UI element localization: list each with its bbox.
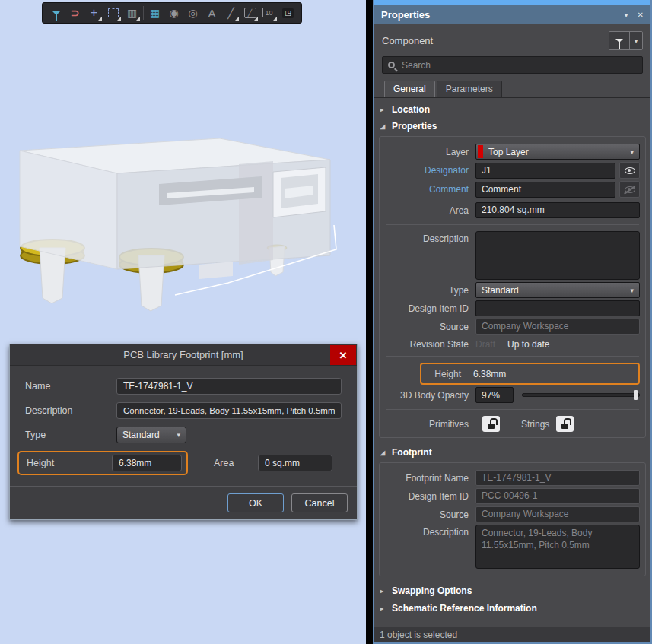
cancel-button[interactable]: Cancel bbox=[291, 493, 348, 512]
filter-icon bbox=[615, 39, 623, 43]
panel-titlebar[interactable]: Properties ▾ ✕ bbox=[374, 5, 650, 24]
height-label: Height bbox=[421, 369, 461, 379]
section-schematic-reference-label: Schematic Reference Information bbox=[392, 603, 537, 614]
chevron-down-icon: ▾ bbox=[177, 431, 180, 439]
eye-off-icon bbox=[625, 186, 635, 193]
unlock-icon bbox=[561, 424, 568, 429]
tab-general[interactable]: General bbox=[384, 81, 435, 97]
dialog-height-highlight: Height bbox=[17, 451, 188, 475]
footprint-description-value: Connector, 19-Leads, Body 11.55x15mm, Pi… bbox=[475, 525, 640, 569]
funnel-glyph bbox=[52, 11, 60, 15]
dialog-type-label: Type bbox=[25, 430, 116, 440]
source-value: Company Workspace bbox=[475, 319, 640, 335]
opacity-label: 3D Body Opacity bbox=[385, 390, 469, 401]
dialog-height-input[interactable] bbox=[112, 455, 182, 471]
line-icon[interactable]: ╱ bbox=[221, 4, 240, 22]
separator bbox=[386, 356, 639, 357]
area-value: 210.804 sq.mm bbox=[475, 202, 640, 218]
unlock-icon bbox=[488, 424, 495, 429]
opacity-input[interactable] bbox=[475, 387, 514, 403]
designator-visibility-button[interactable] bbox=[619, 162, 640, 179]
dialog-close-button[interactable]: ✕ bbox=[330, 345, 356, 365]
search-input[interactable] bbox=[400, 59, 637, 71]
pcb-footprint-dialog: PCB Library Footprint [mm] ✕ Name Descri… bbox=[9, 344, 358, 520]
crosshair-icon[interactable]: + bbox=[84, 4, 103, 22]
comment-visibility-button[interactable] bbox=[619, 181, 640, 198]
dialog-name-input[interactable] bbox=[116, 378, 342, 395]
layer-select[interactable]: Top Layer ▾ bbox=[475, 144, 640, 160]
filter-split-button: ▾ bbox=[609, 31, 643, 50]
comment-label[interactable]: Comment bbox=[385, 184, 469, 195]
strings-lock-button[interactable] bbox=[556, 416, 574, 432]
panel-close-icon[interactable]: ✕ bbox=[638, 11, 644, 19]
dialog-description-label: Description bbox=[25, 405, 116, 416]
dialog-description-input[interactable] bbox=[116, 402, 342, 419]
type-value: Standard bbox=[482, 285, 519, 296]
section-footprint[interactable]: ◢ Footprint bbox=[374, 441, 650, 462]
magnet-icon[interactable]: ⊃ bbox=[65, 4, 84, 22]
pane-divider[interactable] bbox=[366, 0, 373, 644]
panel-menu-icon[interactable]: ▾ bbox=[625, 11, 628, 19]
height-input[interactable] bbox=[468, 366, 635, 382]
type-select[interactable]: Standard ▾ bbox=[475, 282, 640, 298]
ok-button[interactable]: OK bbox=[227, 493, 284, 512]
tab-parameters[interactable]: Parameters bbox=[437, 81, 502, 97]
description-textarea[interactable] bbox=[475, 231, 640, 280]
designator-label[interactable]: Designator bbox=[385, 165, 469, 176]
eye-icon bbox=[625, 167, 635, 174]
section-swapping-label: Swapping Options bbox=[392, 585, 472, 596]
dialog-body: Name Description Type Standard ▾ Height bbox=[10, 366, 357, 486]
primitives-lock-button[interactable] bbox=[482, 416, 500, 432]
strings-label: Strings bbox=[521, 419, 549, 430]
filter-button[interactable] bbox=[609, 32, 630, 49]
design-item-id-input[interactable] bbox=[475, 300, 640, 316]
room-glyph: ◳ bbox=[282, 8, 294, 18]
comment-input[interactable] bbox=[475, 182, 615, 198]
chevron-down-icon: ▾ bbox=[630, 148, 634, 156]
properties-panel: Properties ▾ ✕ Component ▾ General Param… bbox=[373, 0, 652, 644]
revision-state-label: Revision State bbox=[385, 339, 469, 350]
opacity-slider[interactable] bbox=[522, 390, 640, 401]
dialog-name-label: Name bbox=[25, 381, 116, 392]
footprint-name-label: Footprint Name bbox=[385, 473, 469, 484]
component-chip-icon[interactable]: ▦ bbox=[145, 4, 164, 22]
dialog-titlebar[interactable]: PCB Library Footprint [mm] ✕ bbox=[10, 344, 357, 366]
height-highlight: Height bbox=[420, 363, 640, 385]
trace-icon[interactable]: ╱ bbox=[240, 4, 259, 22]
collapsed-arrow-icon: ▸ bbox=[380, 588, 386, 595]
revision-state-value: Up to date bbox=[507, 339, 549, 350]
separator bbox=[386, 224, 639, 225]
slider-handle[interactable] bbox=[634, 390, 638, 400]
primitives-label: Primitives bbox=[385, 419, 469, 430]
filter-dropdown-button[interactable]: ▾ bbox=[630, 32, 642, 49]
section-properties-label: Properties bbox=[392, 121, 437, 132]
dialog-area-input[interactable] bbox=[258, 455, 332, 471]
dialog-area-label: Area bbox=[214, 458, 258, 468]
dashed-rect-glyph bbox=[108, 8, 119, 17]
design-item-id-label: Design Item ID bbox=[385, 303, 469, 314]
slider-track bbox=[522, 393, 640, 397]
filter-icon[interactable] bbox=[46, 4, 65, 22]
separator bbox=[386, 409, 639, 410]
section-footprint-label: Footprint bbox=[392, 447, 432, 458]
room-icon[interactable]: ◳ bbox=[278, 4, 297, 22]
section-swapping-options[interactable]: ▸ Swapping Options bbox=[374, 579, 650, 601]
designator-input[interactable] bbox=[475, 163, 615, 179]
placement-grid-icon[interactable]: ▥ bbox=[122, 4, 142, 22]
expanded-arrow-icon: ◢ bbox=[380, 449, 386, 456]
expanded-arrow-icon: ◢ bbox=[380, 123, 386, 130]
footprint-name-value: TE-1747981-1_V bbox=[475, 470, 640, 486]
text-icon[interactable]: A bbox=[202, 4, 221, 22]
section-schematic-reference[interactable]: ▸ Schematic Reference Information bbox=[374, 601, 650, 618]
section-location[interactable]: ▸ Location bbox=[374, 98, 650, 119]
section-properties[interactable]: ◢ Properties bbox=[374, 119, 650, 136]
selection-rect-icon[interactable] bbox=[103, 4, 122, 22]
footprint-source-value: Company Workspace bbox=[475, 506, 640, 522]
area-label: Area bbox=[385, 205, 469, 216]
via-icon[interactable]: ◎ bbox=[183, 4, 202, 22]
dialog-type-select[interactable]: Standard ▾ bbox=[116, 427, 186, 443]
pad-icon[interactable]: ◉ bbox=[164, 4, 183, 22]
component-header-row: Component ▾ bbox=[374, 24, 650, 56]
component-3d-view[interactable] bbox=[11, 134, 338, 316]
dimension-icon[interactable]: 10 bbox=[259, 4, 278, 22]
